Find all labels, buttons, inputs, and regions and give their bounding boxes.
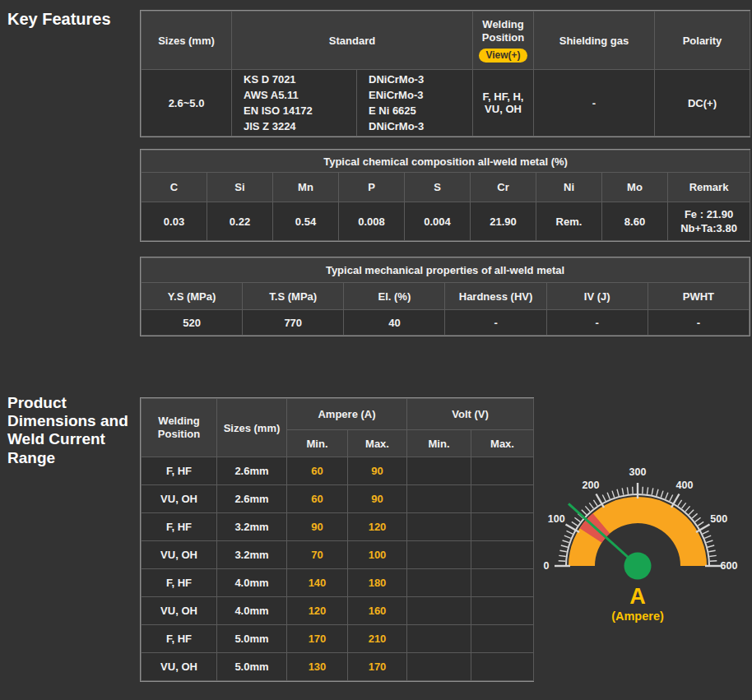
gauge-minor-tick <box>698 522 703 526</box>
ampere-max-cell: 160 <box>348 597 407 625</box>
ampere-group-header: Ampere (A) <box>287 399 407 430</box>
polarity-header: Polarity <box>655 12 750 70</box>
property-value: - <box>648 310 749 336</box>
view-positions-button[interactable]: View(+) <box>479 49 527 63</box>
chemical-header-row: C Si Mn P S Cr Ni Mo Remark <box>142 173 750 202</box>
property-header: T.S (MPa) <box>243 283 344 310</box>
gauge-minor-tick <box>617 489 619 496</box>
sizes-header: Sizes (mm) <box>217 399 287 457</box>
property-value: 40 <box>344 310 445 336</box>
standard-code: JIS Z 3224 <box>244 118 353 134</box>
gauge-minor-tick <box>567 531 573 534</box>
element-value: 0.22 <box>207 202 273 241</box>
property-header: Hardness (HV) <box>445 283 546 310</box>
gauge-minor-tick <box>582 510 587 515</box>
element-value: 0.54 <box>273 202 339 241</box>
sizes-cell: 2.6~5.0 <box>142 70 232 137</box>
remark-line: Nb+Ta:3.80 <box>671 221 746 235</box>
standard-code: KS D 7021 <box>244 72 353 87</box>
gauge-tick-label: 0 <box>544 560 550 572</box>
element-value: Rem. <box>536 202 602 241</box>
gauge-unit-label: A <box>629 584 646 609</box>
gauge-minor-tick <box>657 489 658 496</box>
ampere-min-cell: 60 <box>287 485 348 513</box>
ampere-min-cell: 130 <box>287 653 348 681</box>
property-header: IV (J) <box>546 283 648 310</box>
volt-max-cell <box>471 513 534 541</box>
gauge-minor-tick <box>633 487 634 494</box>
gauge-minor-tick <box>706 540 713 543</box>
volt-max-cell <box>471 457 534 485</box>
mechanical-data-row: 520 770 40 - - - <box>142 310 750 336</box>
property-header: PWHT <box>648 283 749 310</box>
table-row: VU, OH 5.0mm 130 170 <box>142 653 534 681</box>
ampere-min-cell: 60 <box>287 457 348 485</box>
gauge-minor-tick <box>563 540 569 543</box>
shielding-gas-cell: - <box>534 70 655 137</box>
table-row: VU, OH 2.6mm 60 90 <box>142 485 534 513</box>
position-cell: F, HF <box>142 625 217 653</box>
ampere-min-cell: 170 <box>287 625 348 653</box>
property-value: 520 <box>142 310 243 336</box>
element-header: Cr <box>471 173 536 202</box>
volt-max-cell <box>471 569 534 597</box>
gauge-minor-tick <box>666 493 668 499</box>
gauge-minor-tick <box>559 555 566 556</box>
standard-header: Standard <box>232 12 473 70</box>
volt-min-cell <box>407 625 471 653</box>
table-row: F, HF 3.2mm 90 120 <box>142 513 534 541</box>
shielding-gas-header: Shielding gas <box>534 12 655 70</box>
standard-codes-cell: KS D 7021 AWS A5.11 EN ISO 14172 JIS Z 3… <box>232 70 357 137</box>
element-header: Si <box>207 173 273 202</box>
gauge-minor-tick <box>708 545 714 547</box>
table-row: F, HF 4.0mm 140 180 <box>142 569 534 597</box>
size-cell: 2.6mm <box>217 485 287 513</box>
element-header: S <box>405 173 471 202</box>
gauge-minor-tick <box>678 500 682 506</box>
volt-min-cell <box>407 569 471 597</box>
mechanical-properties-table: Typical mechanical properties of all-wel… <box>140 257 750 336</box>
table-row: VU, OH 4.0mm 120 160 <box>142 597 534 625</box>
ampere-max-cell: 120 <box>348 513 407 541</box>
property-value: - <box>546 310 648 336</box>
ampere-min-header: Min. <box>287 430 348 457</box>
gauge-minor-tick <box>692 513 697 518</box>
gauge-minor-tick <box>593 500 597 506</box>
welding-position-header: Welding Position View(+) <box>473 12 534 70</box>
volt-min-header: Min. <box>407 430 471 457</box>
standard-grade: E Ni 6625 <box>369 103 469 118</box>
volt-max-cell <box>471 541 534 569</box>
remark-cell: Fe : 21.90 Nb+Ta:3.80 <box>668 202 750 241</box>
standard-grade: ENiCrMo-3 <box>369 87 469 103</box>
gauge-minor-tick <box>561 545 568 547</box>
volt-min-cell <box>407 541 471 569</box>
gauge-minor-tick <box>709 555 717 556</box>
gauge-minor-tick <box>622 488 624 494</box>
remark-line: Fe : 21.90 <box>671 207 746 221</box>
gauge-minor-tick <box>689 510 694 515</box>
volt-min-cell <box>407 597 471 625</box>
product-spec-page: Key Features Sizes (mm) Standard Welding… <box>0 0 752 700</box>
ampere-min-cell: 90 <box>287 513 348 541</box>
mechanical-title-row: Typical mechanical properties of all-wel… <box>142 258 750 283</box>
ampere-min-cell: 120 <box>287 597 348 625</box>
chemical-composition-table: Typical chemical composition all-weld me… <box>140 149 750 242</box>
remark-header: Remark <box>668 173 750 202</box>
standard-grade: DNiCrMo-3 <box>369 118 469 134</box>
mechanical-table-title: Typical mechanical properties of all-wel… <box>142 258 750 283</box>
element-value: 8.60 <box>602 202 668 241</box>
volt-min-cell <box>407 513 471 541</box>
table-row: F, HF 2.6mm 60 90 <box>142 457 534 485</box>
ampere-max-cell: 100 <box>348 541 407 569</box>
gauge-tick-label: 300 <box>629 466 647 478</box>
ampere-min-cell: 140 <box>287 569 348 597</box>
ampere-min-cell: 70 <box>287 541 348 569</box>
gauge-minor-tick <box>559 561 566 562</box>
size-cell: 4.0mm <box>217 597 287 625</box>
size-cell: 5.0mm <box>217 625 287 653</box>
ampere-max-cell: 180 <box>348 569 407 597</box>
gauge-minor-tick <box>670 495 673 502</box>
standard-grades-cell: DNiCrMo-3 ENiCrMo-3 E Ni 6625 DNiCrMo-3 <box>357 70 473 137</box>
position-cell: VU, OH <box>142 597 217 625</box>
welding-position-header-label: Welding Position <box>476 18 530 45</box>
